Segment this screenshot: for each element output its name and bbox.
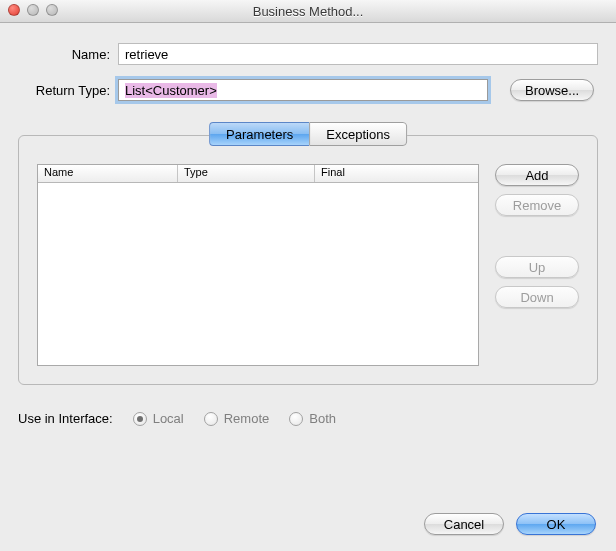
ok-button[interactable]: OK — [516, 513, 596, 535]
title-bar: Business Method... — [0, 0, 616, 23]
column-type[interactable]: Type — [178, 165, 315, 182]
radio-local-button — [133, 412, 147, 426]
down-button: Down — [495, 286, 579, 308]
radio-both-label: Both — [309, 411, 336, 426]
window-title: Business Method... — [253, 4, 364, 19]
name-input[interactable] — [118, 43, 598, 65]
window-controls — [8, 4, 58, 16]
remove-button: Remove — [495, 194, 579, 216]
minimize-icon — [27, 4, 39, 16]
parameters-groupbox: Parameters Exceptions Name Type Final Ad… — [18, 135, 598, 385]
radio-remote: Remote — [204, 411, 270, 426]
radio-local-label: Local — [153, 411, 184, 426]
zoom-icon — [46, 4, 58, 16]
add-button[interactable]: Add — [495, 164, 579, 186]
tab-exceptions[interactable]: Exceptions — [309, 122, 407, 146]
column-final[interactable]: Final — [315, 165, 478, 182]
return-type-value: List<Customer> — [125, 83, 217, 98]
radio-local: Local — [133, 411, 184, 426]
radio-both-button — [289, 412, 303, 426]
radio-remote-button — [204, 412, 218, 426]
return-type-input[interactable]: List<Customer> — [118, 79, 488, 101]
radio-both: Both — [289, 411, 336, 426]
cancel-button[interactable]: Cancel — [424, 513, 504, 535]
browse-button[interactable]: Browse... — [510, 79, 594, 101]
parameters-table[interactable]: Name Type Final — [37, 164, 479, 366]
table-header: Name Type Final — [38, 165, 478, 183]
interface-label: Use in Interface: — [18, 411, 113, 426]
tab-parameters[interactable]: Parameters — [209, 122, 309, 146]
return-type-label: Return Type: — [18, 83, 118, 98]
column-name[interactable]: Name — [38, 165, 178, 182]
radio-remote-label: Remote — [224, 411, 270, 426]
close-icon[interactable] — [8, 4, 20, 16]
tab-bar: Parameters Exceptions — [209, 122, 407, 146]
up-button: Up — [495, 256, 579, 278]
name-label: Name: — [18, 47, 118, 62]
